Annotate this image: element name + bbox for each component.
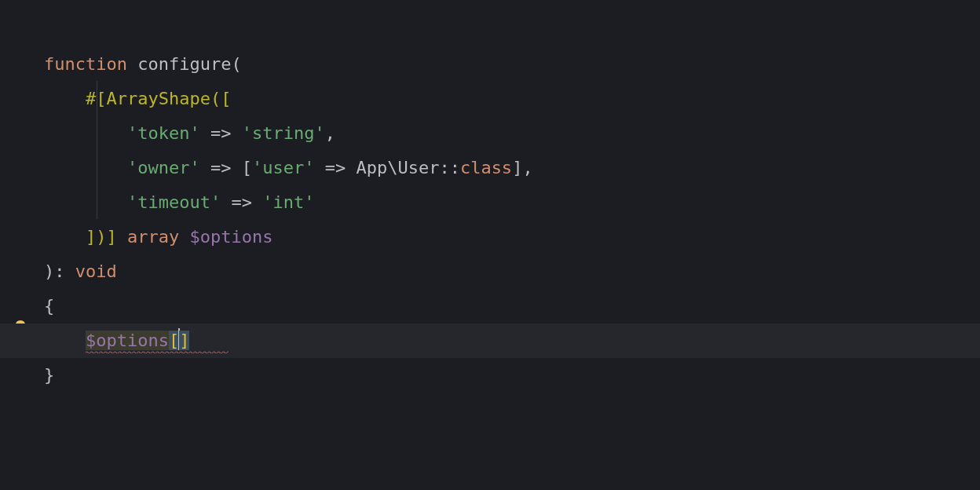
double-colon: :: (439, 158, 460, 177)
string-key: 'owner' (127, 158, 200, 177)
code-area[interactable]: function configure( #[ArrayShape([ 'toke… (44, 47, 980, 393)
bracket-close: ] (512, 158, 522, 177)
keyword-array: array (127, 227, 179, 247)
code-line-current[interactable]: $options[] (44, 324, 980, 358)
bracket-open-hl: [ (169, 331, 179, 350)
arrow-op: => (210, 123, 232, 143)
arrow-op: => (325, 158, 346, 177)
colon: : (54, 261, 64, 281)
bracket-open: [ (242, 158, 252, 177)
code-line[interactable]: { (44, 289, 980, 324)
code-line[interactable]: 'owner' => ['user' => App\User::class], (44, 151, 980, 185)
string-key: 'token' (127, 123, 200, 143)
bracket-close-hl: ] (179, 331, 189, 350)
string-value: 'int' (262, 192, 314, 212)
variable: $options (189, 227, 272, 247)
paren-close: ) (44, 261, 54, 281)
string-key: 'timeout' (127, 192, 221, 212)
paren-open: ( (231, 54, 241, 74)
code-line[interactable]: 'timeout' => 'int' (44, 185, 980, 220)
variable-usage: $options (86, 331, 169, 350)
keyword-void: void (75, 261, 117, 281)
attribute-name: ArrayShape (106, 89, 210, 108)
function-name: configure (137, 54, 231, 74)
attribute-open: #[ (86, 89, 107, 108)
arrow-op: => (210, 158, 232, 177)
code-editor[interactable]: function configure( #[ArrayShape([ 'toke… (0, 0, 980, 490)
string-value: 'string' (242, 123, 325, 143)
code-line[interactable]: #[ArrayShape([ (44, 82, 980, 116)
attribute-bracket: [ (221, 89, 231, 108)
class-keyword: class (460, 158, 512, 177)
code-line[interactable]: 'token' => 'string', (44, 116, 980, 151)
attribute-close: ])] (86, 227, 117, 247)
comma: , (522, 158, 532, 177)
brace-open: { (44, 296, 54, 316)
code-line[interactable]: function configure( (44, 47, 980, 82)
attribute-paren: ( (210, 89, 221, 108)
error-underline (86, 351, 229, 353)
comma: , (325, 123, 335, 143)
code-line[interactable]: } (44, 358, 980, 393)
string-key: 'user' (252, 158, 314, 177)
brace-close: } (44, 365, 54, 385)
keyword-function: function (44, 54, 127, 74)
gutter (0, 0, 38, 490)
namespace: App\User (356, 158, 439, 177)
arrow-op: => (231, 192, 252, 212)
code-line[interactable]: ])] array $options (44, 220, 980, 254)
code-line[interactable]: ): void (44, 254, 980, 289)
